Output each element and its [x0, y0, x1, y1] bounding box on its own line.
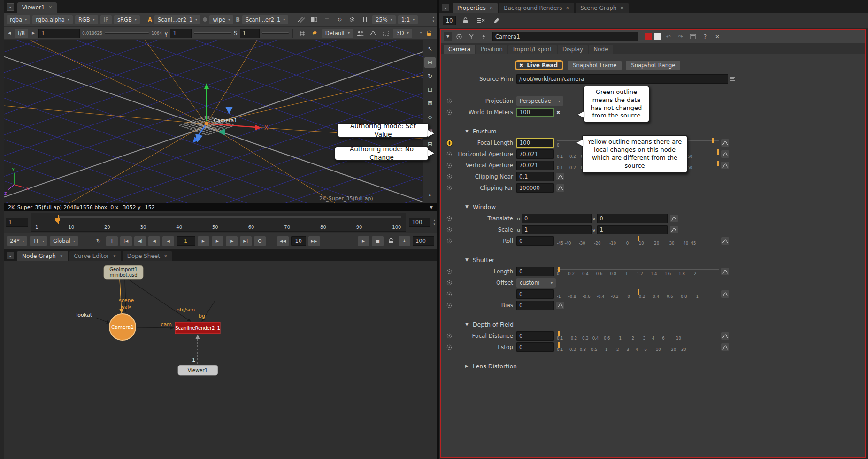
guides-icon[interactable] — [297, 29, 307, 38]
timeline-expand-icon[interactable]: ▴▾ — [433, 219, 435, 226]
source-prim-input[interactable] — [516, 74, 728, 84]
projection-dropdown[interactable]: Perspective — [516, 96, 563, 106]
translate-v-input[interactable] — [597, 214, 668, 223]
a-input-dropdown[interactable]: Scanl...er2_1 — [154, 15, 200, 24]
range-out-input[interactable] — [409, 218, 430, 227]
frame-ruler[interactable]: 1102030405060708090100 — [31, 213, 406, 232]
render-export-icon[interactable]: ↓ — [399, 236, 410, 246]
saturation-input[interactable] — [240, 29, 260, 38]
snapshot-frame-button[interactable]: Snapshot Frame — [568, 61, 622, 70]
status-dropdown-icon[interactable]: ▼ — [430, 205, 433, 210]
shutter-custom-offset-slider[interactable]: -1 -0.8 -0.6 -0.4 -0.2 0 0.2 0.4 0.6 0.8… — [557, 289, 719, 299]
authoring-mode-icon[interactable] — [446, 185, 453, 191]
authoring-mode-icon[interactable] — [446, 268, 453, 275]
scale-v-input[interactable] — [597, 225, 668, 234]
skew-tool-icon[interactable]: ⊠ — [424, 98, 436, 109]
layer-dropdown[interactable]: rgba — [7, 15, 30, 24]
range-in-input[interactable] — [6, 218, 28, 227]
loop-mode-icon[interactable]: ↻ — [93, 236, 104, 246]
lens-distortion-section-header[interactable]: ▶ Lens Distortion — [441, 362, 737, 370]
fps-dropdown[interactable]: 24* — [7, 236, 27, 246]
lock-panels-icon[interactable] — [460, 16, 470, 25]
tab-node[interactable]: Node — [589, 45, 613, 54]
input-process-button[interactable]: IP — [100, 15, 112, 24]
scale-tool-icon[interactable]: ⊡ — [424, 85, 436, 95]
gamma-input[interactable] — [170, 29, 192, 38]
focal-distance-input[interactable] — [516, 331, 554, 341]
focal-distance-slider[interactable]: 0.1 0.2 0.3 0.4 0.6 1 2 3 4 6 10 — [557, 331, 719, 341]
authoring-mode-icon[interactable] — [446, 215, 453, 222]
display-lut-dropdown[interactable]: Default — [322, 29, 353, 38]
tab-scene-graph[interactable]: Scene Graph✕ — [576, 3, 629, 13]
animation-curve-button[interactable] — [556, 302, 564, 309]
animation-curve-button[interactable] — [721, 162, 729, 169]
alpha-layer-dropdown[interactable]: rgba.alpha — [32, 15, 73, 24]
center-in-dag-icon[interactable] — [454, 32, 464, 41]
snapshot-range-button[interactable]: Snapshot Range — [626, 61, 680, 70]
live-read-checkbox[interactable]: ✖ Live Read — [515, 60, 563, 70]
range-mode-dropdown[interactable]: Global — [50, 236, 78, 246]
shutter-custom-offset-input[interactable] — [516, 289, 554, 299]
shutter-section-header[interactable]: ▼ Shutter — [441, 256, 737, 264]
gain-slider[interactable] — [105, 32, 149, 34]
tab-close-icon[interactable]: ✕ — [60, 254, 63, 258]
tab-background-renders[interactable]: Background Renders✕ — [499, 3, 574, 13]
tab-close-icon[interactable]: ✕ — [164, 254, 168, 258]
jump-forward-button[interactable]: ▶▶ — [308, 236, 320, 246]
next-keyframe-button[interactable]: |▶ — [226, 236, 238, 246]
node-graph[interactable]: scene axis lookat obj/scn bg cam 1 GeoIm… — [4, 261, 437, 459]
tab-curve-editor[interactable]: Curve Editor✕ — [69, 251, 121, 261]
b-input-dropdown[interactable]: Scanl...er2_1 — [242, 15, 288, 24]
node-camera1[interactable]: Camera1 — [108, 313, 137, 341]
jump-back-button[interactable]: ◀◀ — [277, 236, 289, 246]
tab-camera[interactable]: Camera — [444, 45, 475, 54]
authoring-mode-icon[interactable] — [446, 173, 453, 180]
float-panel-icon[interactable] — [688, 32, 698, 41]
tab-close-icon[interactable]: ✕ — [48, 5, 52, 10]
roll-input[interactable] — [516, 236, 554, 246]
play-backward-button[interactable]: ◀ — [162, 236, 174, 246]
current-frame-input[interactable] — [177, 236, 195, 246]
edge-lookat[interactable] — [96, 318, 110, 323]
roi-dashed-box-icon[interactable] — [381, 29, 391, 38]
edge-cam[interactable] — [137, 327, 174, 328]
goto-end-button[interactable]: ▶| — [240, 236, 252, 246]
authoring-mode-icon[interactable] — [446, 98, 453, 104]
authoring-mode-icon[interactable] — [446, 291, 453, 297]
play-forward-button[interactable]: ▶ — [198, 236, 209, 246]
playhead[interactable] — [58, 215, 59, 224]
animation-curve-button[interactable] — [556, 173, 564, 180]
fstop-input[interactable] — [516, 342, 554, 352]
edge-objscn[interactable] — [128, 279, 191, 321]
shutter-length-slider[interactable]: 0 0.2 0.4 0.6 0.8 1 1.2 1.4 1.6 1.8 2 — [557, 266, 719, 277]
animation-curve-button[interactable] — [670, 215, 678, 222]
shutter-length-input[interactable] — [516, 267, 554, 276]
render-settings-icon[interactable] — [347, 15, 357, 24]
help-icon[interactable]: ? — [700, 32, 710, 41]
fstop-slider[interactable]: 0.1 0.2 0.3 0.5 1 2 3 4 6 10 20 30 — [557, 342, 719, 352]
pane-menu-icon[interactable]: ▪ — [442, 4, 449, 11]
authoring-mode-icon[interactable] — [446, 238, 453, 244]
3d-viewport[interactable]: X Camera1 Y x z 2K_Super_35(full-ap) — [4, 40, 423, 203]
tab-dope-sheet[interactable]: Dope Sheet✕ — [123, 251, 172, 261]
tab-import-export[interactable]: Import/Export — [508, 45, 557, 54]
b-buffer-label[interactable]: B — [236, 16, 240, 23]
max-panels-input[interactable] — [443, 16, 456, 25]
animation-curve-button[interactable] — [721, 150, 729, 158]
stop-render-icon[interactable]: ■ — [372, 236, 384, 246]
wipe-mode-dropdown[interactable]: wipe — [209, 15, 233, 24]
scenegraph-browse-icon[interactable] — [728, 74, 737, 84]
step-forward-button[interactable]: ▶ — [212, 236, 223, 246]
view-mode-3d-dropdown[interactable]: 3D — [393, 29, 412, 38]
flipbook-icon[interactable]: ▶ — [358, 236, 369, 246]
step-back-button[interactable]: ◀ — [148, 236, 160, 246]
clipping-near-input[interactable] — [516, 172, 554, 181]
stack-mode-icon[interactable]: ≡ — [322, 15, 332, 24]
animation-curve-button[interactable] — [721, 139, 729, 147]
roll-slider[interactable]: -45 -40 -30 -20 -10 0 10 20 30 40 45 — [557, 236, 719, 246]
curve-overlay-icon[interactable] — [368, 29, 378, 38]
goto-start-button[interactable]: |◀ — [120, 236, 132, 246]
animation-curve-button[interactable] — [721, 290, 729, 298]
clipping-far-input[interactable] — [516, 183, 554, 193]
authoring-no-change-icon[interactable] — [446, 151, 453, 157]
